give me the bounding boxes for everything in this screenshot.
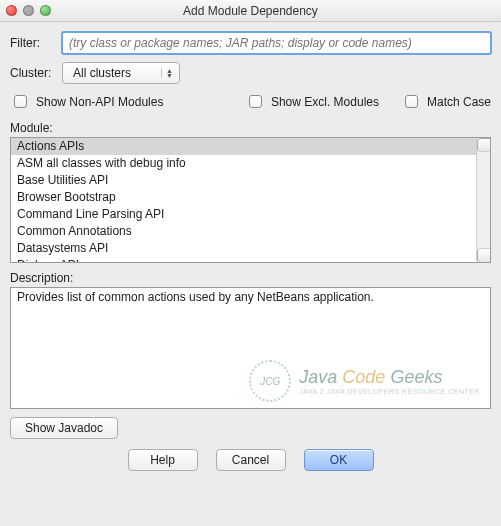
ok-label: OK: [330, 453, 347, 467]
list-item[interactable]: Datasystems API: [11, 240, 490, 257]
module-label: Module:: [10, 121, 491, 135]
filter-row: Filter:: [10, 32, 491, 54]
filter-input[interactable]: [62, 32, 491, 54]
list-item[interactable]: Command Line Parsing API: [11, 206, 490, 223]
options-row: Show Non-API Modules Show Excl. Modules …: [10, 92, 491, 111]
scroll-up-icon[interactable]: ▲: [477, 138, 491, 152]
javadoc-label: Show Javadoc: [25, 421, 103, 435]
help-button[interactable]: Help: [128, 449, 198, 471]
description-text: Provides list of common actions used by …: [17, 290, 484, 304]
dialog-content: Filter: Cluster: All clusters ▲▼ Show No…: [0, 22, 501, 481]
non-api-label: Show Non-API Modules: [36, 95, 163, 109]
window-controls: [6, 5, 51, 16]
match-case-label: Match Case: [427, 95, 491, 109]
list-item[interactable]: Base Utilities API: [11, 172, 490, 189]
list-item[interactable]: Common Annotations: [11, 223, 490, 240]
scrollbar[interactable]: ▲ ▼: [476, 138, 490, 262]
cluster-selected: All clusters: [73, 66, 161, 80]
show-excl-checkbox[interactable]: Show Excl. Modules: [245, 92, 379, 111]
list-item[interactable]: Dialogs API: [11, 257, 490, 263]
show-non-api-checkbox[interactable]: Show Non-API Modules: [10, 92, 163, 111]
excl-label: Show Excl. Modules: [271, 95, 379, 109]
wm-word2: Code: [342, 367, 385, 387]
wm-word1: Java: [299, 367, 337, 387]
cancel-button[interactable]: Cancel: [216, 449, 286, 471]
close-icon[interactable]: [6, 5, 17, 16]
bottom-bar: Help Cancel OK: [10, 443, 491, 475]
wm-subtitle: JAVA 2 JAVA DEVELOPERS RESOURCE CENTER: [299, 388, 480, 395]
show-javadoc-button[interactable]: Show Javadoc: [10, 417, 118, 439]
cluster-label: Cluster:: [10, 66, 62, 80]
filter-label: Filter:: [10, 36, 62, 50]
help-label: Help: [150, 453, 175, 467]
window-title: Add Module Dependency: [0, 4, 501, 18]
wm-word3: Geeks: [390, 367, 442, 387]
watermark: JCG Java Code Geeks JAVA 2 JAVA DEVELOPE…: [249, 360, 480, 402]
zoom-icon[interactable]: [40, 5, 51, 16]
titlebar: Add Module Dependency: [0, 0, 501, 22]
description-box: Provides list of common actions used by …: [10, 287, 491, 409]
cluster-row: Cluster: All clusters ▲▼: [10, 62, 491, 84]
checkbox-icon[interactable]: [249, 95, 262, 108]
checkbox-icon[interactable]: [14, 95, 27, 108]
scroll-down-icon[interactable]: ▼: [477, 248, 491, 262]
description-label: Description:: [10, 271, 491, 285]
list-item[interactable]: ASM all classes with debug info: [11, 155, 490, 172]
list-item[interactable]: Browser Bootstrap: [11, 189, 490, 206]
chevron-updown-icon: ▲▼: [161, 68, 175, 78]
match-case-checkbox[interactable]: Match Case: [401, 92, 491, 111]
checkbox-icon[interactable]: [405, 95, 418, 108]
ok-button[interactable]: OK: [304, 449, 374, 471]
module-listbox[interactable]: Actions APIs ASM all classes with debug …: [10, 137, 491, 263]
list-item[interactable]: Actions APIs: [11, 138, 490, 155]
watermark-badge: JCG: [249, 360, 291, 402]
minimize-icon: [23, 5, 34, 16]
cluster-select[interactable]: All clusters ▲▼: [62, 62, 180, 84]
cancel-label: Cancel: [232, 453, 269, 467]
